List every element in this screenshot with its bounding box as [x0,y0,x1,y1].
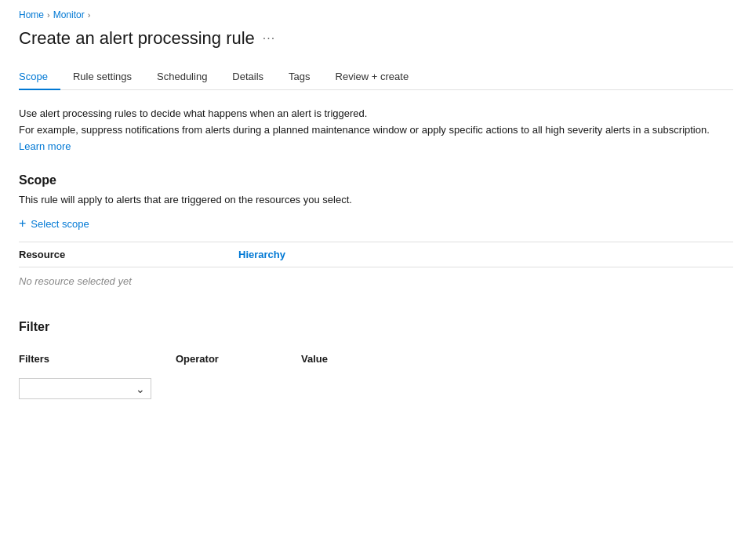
breadcrumb: Home › Monitor › [19,9,733,20]
plus-icon: + [19,216,26,231]
description-section: Use alert processing rules to decide wha… [19,106,733,155]
filter-title: Filter [19,320,733,334]
tab-details[interactable]: Details [220,64,276,90]
filter-header-row: Filters Operator Value [19,347,733,372]
table-empty-message: No resource selected yet [19,267,733,295]
tab-scheduling[interactable]: Scheduling [144,64,220,90]
page-container: Home › Monitor › Create an alert process… [0,0,752,424]
page-title-row: Create an alert processing rule ··· [19,28,733,49]
col-header-hierarchy: Hierarchy [238,249,733,260]
breadcrumb-sep-2: › [88,10,91,20]
filter-row-1: Alert context (payload) Alert rule ID Al… [19,372,733,405]
breadcrumb-monitor[interactable]: Monitor [53,9,85,20]
description-line2-prefix: For example, suppress notifications from… [19,124,710,136]
tab-tags[interactable]: Tags [276,64,322,90]
breadcrumb-sep-1: › [47,10,50,20]
scope-section: Scope This rule will apply to alerts tha… [19,173,733,295]
tab-review-create[interactable]: Review + create [323,64,422,90]
col-header-value: Value [301,353,733,365]
filter-section: Filter Filters Operator Value Alert cont… [19,320,733,405]
scope-description: This rule will apply to alerts that are … [19,194,733,205]
learn-more-link[interactable]: Learn more [19,140,71,152]
table-header-row: Resource Hierarchy [19,242,733,267]
description-line1: Use alert processing rules to decide wha… [19,106,733,122]
filters-dropdown-wrapper[interactable]: Alert context (payload) Alert rule ID Al… [19,378,151,399]
tab-scope[interactable]: Scope [19,64,60,90]
description-line2: For example, suppress notifications from… [19,122,733,155]
filters-select[interactable]: Alert context (payload) Alert rule ID Al… [19,378,151,399]
breadcrumb-home[interactable]: Home [19,9,44,20]
tab-rule-settings[interactable]: Rule settings [60,64,144,90]
scope-title: Scope [19,173,733,187]
select-scope-button[interactable]: + Select scope [19,216,89,231]
more-options-button[interactable]: ··· [263,31,275,45]
col-header-filters: Filters [19,353,176,365]
tab-bar: Scope Rule settings Scheduling Details T… [19,64,733,90]
filter-table: Filters Operator Value Alert context (pa… [19,347,733,405]
select-scope-label: Select scope [31,218,89,230]
page-title: Create an alert processing rule [19,28,255,49]
resource-table: Resource Hierarchy No resource selected … [19,242,733,295]
col-header-operator: Operator [176,353,301,365]
col-header-resource: Resource [19,249,238,260]
